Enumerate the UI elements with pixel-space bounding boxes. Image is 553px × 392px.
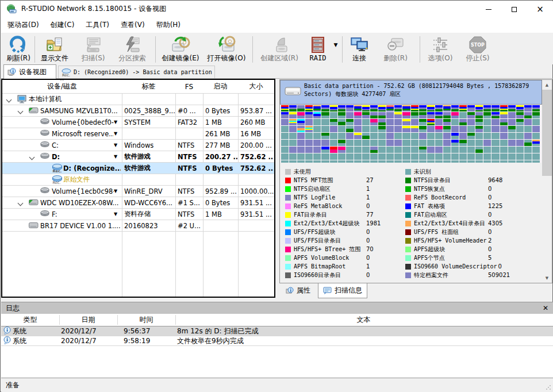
expander-icon[interactable] xyxy=(29,155,35,160)
map-cell xyxy=(467,160,475,163)
tab-properties[interactable]: 属性 xyxy=(281,284,315,297)
legend-color-swatch xyxy=(285,255,291,261)
tree-row[interactable]: BR17 DEVICE V1.00 1....20160823#2 U... xyxy=(2,220,274,232)
map-cell xyxy=(516,126,524,132)
scrollbar[interactable]: ▲ ▼ xyxy=(542,80,552,283)
create-image-button[interactable]: 创建镜像(E) xyxy=(158,35,203,62)
map-cell xyxy=(516,140,524,146)
create-region-button[interactable]: 创建区域(R) xyxy=(255,35,304,62)
partition-search-button[interactable]: 分区搜索 xyxy=(112,35,153,62)
delete-button[interactable]: 删除(R) xyxy=(377,35,414,62)
tree-row[interactable]: 本地计算机 xyxy=(2,94,274,105)
close-button[interactable]: × xyxy=(527,1,553,17)
minimize-button[interactable] xyxy=(475,1,501,17)
menu-view[interactable]: 查看(V) xyxy=(115,17,151,33)
menu-help[interactable]: 帮助(H) xyxy=(151,17,186,33)
raid-button[interactable]: RAID xyxy=(305,35,331,62)
map-cell xyxy=(402,147,410,153)
legend-left-column: 未使用NTFS MFT范围27NTFS启动扇区1NTFS LogFile1ReF… xyxy=(285,167,405,279)
tree-row[interactable]: Rec.D: (Recognize...软件游戏NTFS0 Bytes752.6… xyxy=(2,163,274,174)
log-column-text[interactable]: 文本 xyxy=(175,314,552,326)
tree-row[interactable]: Microsoft reserve...▼261 MB16 MB xyxy=(2,128,274,140)
log-column-type[interactable]: 类型 xyxy=(1,314,59,326)
mount-dropdown-icon[interactable]: ▼ xyxy=(114,151,117,162)
scroll-down-icon[interactable]: ▼ xyxy=(542,273,552,283)
tree-row[interactable]: SAMSUNG MZVLB1T0...0025_388B_9...#0 ...0… xyxy=(2,105,274,117)
tree-header: 设备/磁盘 标签 FS 启动 大小 ^ xyxy=(2,80,274,94)
options-button[interactable]: 选项(O) xyxy=(423,35,458,62)
tree-row[interactable]: Rec.原始文件 xyxy=(2,174,274,186)
legend-value: 5 xyxy=(488,255,491,261)
mount-dropdown-icon[interactable]: ▼ xyxy=(114,128,117,139)
map-cell xyxy=(321,140,329,146)
legend-value: 1 xyxy=(366,186,370,192)
column-header-fs[interactable]: FS xyxy=(175,80,203,93)
map-cell xyxy=(491,119,499,125)
mount-dropdown-icon[interactable]: ▼ xyxy=(114,186,117,197)
scroll-thumb[interactable] xyxy=(542,90,552,176)
raid-dropdown-arrow[interactable]: ▼ xyxy=(331,35,340,55)
map-cell xyxy=(394,105,402,112)
tree-row[interactable]: C:▼WindowsNTFS277 MB200.00 ... xyxy=(2,140,274,151)
scan-button[interactable]: 扫描(S) xyxy=(76,35,110,62)
expander-icon[interactable] xyxy=(6,97,12,103)
mount-dropdown-icon[interactable]: ▼ xyxy=(114,140,117,151)
mount-dropdown-icon[interactable]: ▼ xyxy=(114,209,117,220)
open-image-button[interactable]: 打开镜像(O) xyxy=(203,35,249,62)
map-cell xyxy=(338,133,345,139)
log-close-icon[interactable]: ✕ xyxy=(543,304,548,312)
menu-tools[interactable]: 工具(T) xyxy=(80,17,115,33)
mount-dropdown-icon[interactable]: ▼ xyxy=(114,117,117,128)
map-cell xyxy=(435,147,443,153)
tree-row[interactable]: WDC WD10EZEX-08W...WD-WCC6Y6...#1 S...0 … xyxy=(2,197,274,209)
menu-drives[interactable]: 驱动器(D) xyxy=(2,17,45,33)
legend-item: 特定档案文件509021 xyxy=(405,271,542,279)
log-row[interactable]: 系统2020/12/79:58:19文件枚举在9秒内完成 xyxy=(1,336,553,346)
tree-row[interactable]: D:▼软件游戏NTFS200.27 ...752.62 ... xyxy=(2,151,274,163)
connect-button[interactable]: 连接 xyxy=(344,35,374,62)
tree-row[interactable]: Volume{0bedecf0-...▼SYSTEMFAT321 MB260 M… xyxy=(2,117,274,128)
column-header-start[interactable]: 启动 xyxy=(203,80,238,93)
scroll-up-icon[interactable]: ▲ xyxy=(542,80,552,90)
resize-grip[interactable] xyxy=(546,385,551,390)
map-cell xyxy=(281,126,289,132)
legend-value: 0 xyxy=(488,229,491,235)
map-cell xyxy=(281,153,289,160)
map-cell xyxy=(500,133,508,139)
cell-size xyxy=(240,220,274,231)
map-cell xyxy=(419,105,427,112)
expander-icon[interactable] xyxy=(18,109,24,114)
map-cell xyxy=(346,147,354,153)
tree-row[interactable]: Volume{1ecb0c98-...▼WinRE_DRVNTFS952.89 … xyxy=(2,186,274,197)
maximize-button[interactable] xyxy=(501,1,527,17)
map-cell xyxy=(500,119,508,125)
map-cell xyxy=(491,153,499,160)
cell-fs: NTFS xyxy=(178,209,202,220)
menu-create[interactable]: 创建(C) xyxy=(45,17,80,33)
map-cell xyxy=(491,133,499,139)
sort-indicator: ^ xyxy=(60,79,64,84)
tab-partition[interactable]: Rec. D: (Recognized0) -> Basic data part… xyxy=(58,66,215,78)
map-cell xyxy=(305,105,313,112)
device-name: SAMSUNG MZVLB1T0... xyxy=(40,105,121,116)
block-map[interactable] xyxy=(281,105,542,163)
map-cell xyxy=(516,160,524,163)
legend-item: UFS/FFS目录条目0 xyxy=(285,236,405,245)
expander-icon[interactable] xyxy=(18,201,24,206)
tab-scan-info[interactable]: 扫描信息 xyxy=(318,283,367,298)
column-header-size[interactable]: 大小 xyxy=(238,80,274,93)
log-column-date[interactable]: 日期 xyxy=(59,314,117,326)
column-header-label[interactable]: 标签 xyxy=(122,80,175,93)
log-column-time[interactable]: 时间 xyxy=(117,314,175,326)
map-cell xyxy=(289,147,297,153)
stop-button[interactable]: STOP 停止(S) xyxy=(462,35,493,62)
map-cell xyxy=(467,126,475,132)
refresh-button[interactable]: 刷新(R) xyxy=(2,35,34,62)
map-cell xyxy=(321,153,329,160)
tree-row[interactable]: F:▼资料存储NTFS1 MB931.51 ... xyxy=(2,209,274,220)
show-files-button[interactable]: 显示文件 xyxy=(36,35,74,62)
legend-color-swatch xyxy=(285,178,291,183)
log-row[interactable]: 系统2020/12/79:56:378m 12s 的 D: 扫描已完成 xyxy=(1,326,553,336)
legend-color-swatch xyxy=(405,272,411,278)
tab-device-view[interactable]: 设备视图 xyxy=(3,64,56,79)
